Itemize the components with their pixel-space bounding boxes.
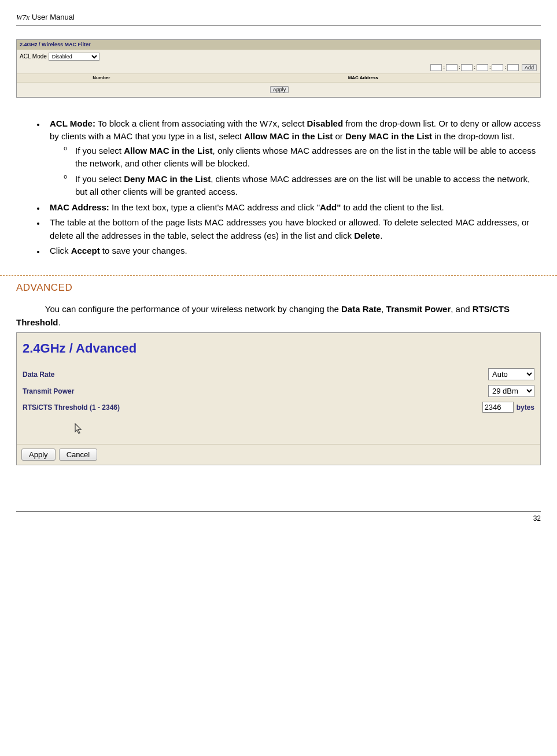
apply-button-advanced[interactable]: Apply [21,449,56,461]
header-rest: User Manual [32,12,75,23]
page-footer: 32 [16,512,541,524]
cursor-icon [75,423,540,439]
mac-table-header: Number MAC Address [17,73,540,83]
col-number: Number [17,74,186,82]
mac-octet-1[interactable] [430,64,442,71]
section-divider [0,275,557,276]
mac-octet-4[interactable] [477,64,488,71]
data-rate-row: Data Rate Auto [17,366,540,383]
transmit-power-select[interactable]: 29 dBm [488,385,534,397]
mac-octet-2[interactable] [446,64,458,71]
mac-filter-title: 2.4GHz / Wireless MAC Filter [17,40,540,50]
rts-input[interactable] [482,402,514,413]
mac-octet-3[interactable] [461,64,473,71]
advanced-title: 2.4GHz / Advanced [17,333,540,366]
colon: : [443,64,445,72]
colon: : [459,64,460,72]
bullet-accept: Click Accept to save your changes. [45,244,541,258]
rts-row: RTS/CTS Threshold (1 - 2346) bytes [17,399,540,415]
data-rate-label: Data Rate [23,369,488,380]
colon: : [489,64,491,72]
bullet-mac-address: MAC Address: In the text box, type a cli… [45,201,541,214]
page-number: 32 [533,514,541,522]
mac-octet-6[interactable] [507,64,519,71]
rts-label: RTS/CTS Threshold (1 - 2346) [23,402,482,413]
add-button[interactable]: Add [522,64,537,71]
transmit-power-label: Transmit Power [23,386,488,396]
colon: : [474,64,475,72]
sub-bullet-allow: If you select Allow MAC in the List, onl… [75,144,541,171]
sub-bullet-deny: If you select Deny MAC in the List, clie… [75,173,541,199]
mac-input-row: : : : : : Add [17,63,540,73]
transmit-power-row: Transmit Power 29 dBm [17,383,540,399]
bullet-acl-mode: ACL Mode: To block a client from associa… [45,117,541,199]
advanced-intro: You can configure the performance of you… [16,303,541,329]
acl-mode-select[interactable]: Disabled [49,53,99,61]
advanced-heading: ADVANCED [0,280,557,295]
cancel-button[interactable]: Cancel [59,449,97,461]
acl-mode-label: ACL Mode [20,53,47,60]
doc-header: W7x User Manual [16,12,541,25]
advanced-panel: 2.4GHz / Advanced Data Rate Auto Transmi… [16,332,541,465]
mac-filter-panel: 2.4GHz / Wireless MAC Filter ACL Mode Di… [16,39,541,98]
bullet-table-note: The table at the bottom of the page list… [45,216,541,242]
mac-octet-5[interactable] [492,64,503,71]
acl-mode-row: ACL Mode Disabled [17,50,540,63]
advanced-button-row: Apply Cancel [17,444,540,465]
colon: : [504,64,506,72]
explanation-list: ACL Mode: To block a client from associa… [16,117,541,258]
apply-row: Apply [17,83,540,97]
header-prefix: W7x [16,12,29,23]
data-rate-select[interactable]: Auto [488,368,534,380]
rts-unit: bytes [517,402,534,413]
col-mac: MAC Address [186,74,540,82]
apply-button[interactable]: Apply [270,86,289,93]
